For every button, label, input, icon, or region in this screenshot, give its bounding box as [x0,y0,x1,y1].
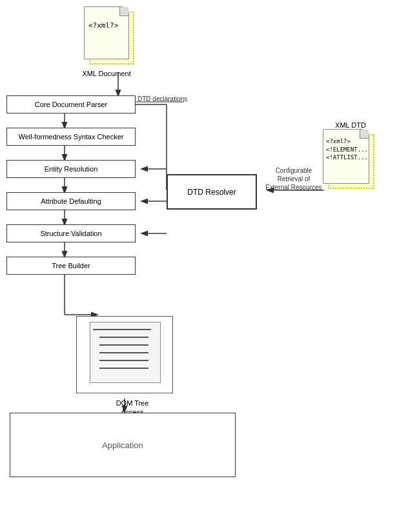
dtd-resolver-label: DTD Resolver [187,188,236,197]
attribute-defaulting-label: Attribute Defaulting [41,197,101,205]
core-parser-box: Core Document Parser [6,95,136,113]
dom-tree-visual [76,316,173,393]
dtd-doc-text: <?xml?> <!ELEMENT... <!ATTLIST... [326,137,368,162]
xml-doc-label: XML Document [77,70,136,77]
structure-validation-label: Structure Validation [40,230,101,237]
xml-doc-text: <?xml?> [88,21,118,30]
xml-document-icon: <?xml?> [84,6,136,68]
dtd-resolver-box: DTD Resolver [167,174,257,210]
dtd-declarations-label: DTD declarations [137,95,187,103]
well-formedness-box: Well-formedness Syntax Checker [6,128,136,146]
application-label: Application [102,440,143,450]
core-parser-label: Core Document Parser [35,101,108,108]
structure-validation-box: Structure Validation [6,224,136,242]
entity-resolution-label: Entity Resolution [45,165,98,173]
well-formedness-label: Well-formedness Syntax Checker [18,133,123,141]
diagram: <?xml?> XML Document Core Document Parse… [0,0,397,532]
attribute-defaulting-box: Attribute Defaulting [6,192,136,210]
dtd-doc-label: XML DTD [321,121,380,129]
entity-resolution-box: Entity Resolution [6,160,136,178]
dom-tree-inner [90,322,161,383]
tree-builder-label: Tree Builder [52,262,90,270]
tree-builder-box: Tree Builder [6,257,136,275]
configurable-retrieval-label: Configurable Retrieval of External Resou… [265,166,323,192]
application-box: Application [10,413,236,477]
